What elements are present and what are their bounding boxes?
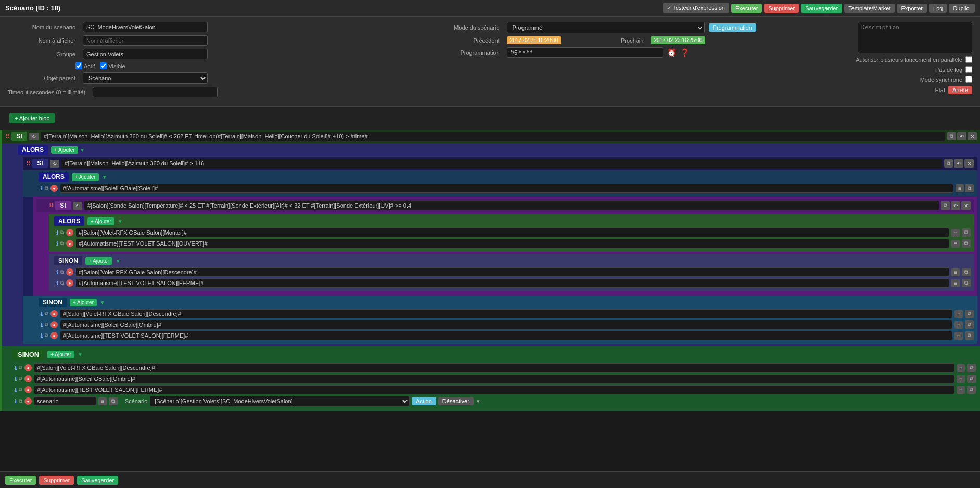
main-sinon-action1-i[interactable]: ℹ <box>15 365 17 371</box>
deep-action2-copy[interactable]: ⧉ <box>60 240 64 247</box>
ajouter-nested-alors-chevron[interactable]: ▼ <box>102 174 107 180</box>
sinon-nested-action3-copy2[interactable]: ⧉ <box>965 331 974 340</box>
etat-btn[interactable]: Arrêté <box>948 86 972 94</box>
main-si-close-btn[interactable]: ✕ <box>968 132 977 140</box>
deep-sinon-action2-input[interactable] <box>75 278 949 288</box>
deep-si-refresh-btn[interactable]: ↻ <box>73 202 82 210</box>
main-sinon-action1-copy2[interactable]: ⧉ <box>967 364 976 372</box>
deep-alors-action1-input[interactable] <box>75 228 949 237</box>
autoriser-checkbox[interactable] <box>965 56 972 63</box>
visible-checkbox[interactable] <box>100 62 107 69</box>
main-sinon-action3-circle[interactable]: ● <box>24 386 32 393</box>
ajouter-nested-sinon-chevron[interactable]: ▼ <box>100 300 105 305</box>
deep-sinon-action2-circle[interactable]: ● <box>66 279 73 287</box>
sinon-nested-action2-circle[interactable]: ● <box>50 321 58 328</box>
programmation-btn[interactable]: Programmation <box>709 23 756 32</box>
deep-sinon-action1-input[interactable] <box>75 267 949 277</box>
nested-si-undo-btn[interactable]: ↶ <box>954 159 963 168</box>
sinon-nested-action1-copy[interactable]: ⧉ <box>45 311 48 317</box>
executer-top-btn[interactable]: Exécuter <box>731 4 762 13</box>
actif-checkbox[interactable] <box>75 62 82 69</box>
deep-action2-circle[interactable]: ● <box>66 240 73 247</box>
sinon-nested-action2-copy2[interactable]: ⧉ <box>965 320 974 329</box>
sinon-nested-action1-copy2[interactable]: ⧉ <box>965 310 974 318</box>
ajouter-nested-sinon-btn[interactable]: + Ajouter <box>70 299 97 306</box>
action1-copy-icon[interactable]: ⧉ <box>45 185 48 191</box>
action1-i-badge[interactable]: ℹ <box>41 186 43 191</box>
nested-si-refresh-btn[interactable]: ↻ <box>50 160 59 168</box>
ajouter-main-sinon-chevron[interactable]: ▼ <box>78 352 83 357</box>
main-sinon-action4-i[interactable]: ℹ <box>15 399 17 404</box>
main-sinon-action2-copy2[interactable]: ⧉ <box>967 375 976 383</box>
help-icon[interactable]: ❓ <box>680 48 689 57</box>
sinon-nested-action3-i[interactable]: ℹ <box>41 333 43 339</box>
deep-alors-action2-input[interactable] <box>75 239 949 248</box>
deep-action1-i[interactable]: ℹ <box>56 230 58 236</box>
mode-synchrone-checkbox[interactable] <box>965 76 972 83</box>
main-si-refresh-btn[interactable]: ↻ <box>29 133 39 140</box>
deep-action1-copy[interactable]: ⧉ <box>60 229 64 236</box>
alors-action1-input[interactable] <box>60 184 953 193</box>
objet-parent-select[interactable]: Scénario <box>83 72 208 84</box>
main-sinon-action1-menu[interactable]: ≡ <box>957 364 965 372</box>
main-sinon-action4-input[interactable] <box>34 396 96 406</box>
action1-menu-btn[interactable]: ≡ <box>956 184 964 192</box>
sinon-nested-action1-circle[interactable]: ● <box>50 310 58 317</box>
pas-de-log-checkbox[interactable] <box>965 66 972 73</box>
main-si-condition[interactable] <box>41 132 945 141</box>
deep-si-drag[interactable]: ⠿ <box>49 202 53 209</box>
sinon-nested-action1-i[interactable]: ℹ <box>41 311 43 317</box>
scenario-desactiver-chevron[interactable]: ▼ <box>476 399 481 404</box>
main-sinon-action1-input[interactable] <box>34 363 954 373</box>
main-sinon-action4-menu[interactable]: ≡ <box>98 397 107 405</box>
clock-icon[interactable]: ⏰ <box>667 48 676 57</box>
deep-si-close-btn[interactable]: ✕ <box>961 201 971 210</box>
scenario-action-btn[interactable]: Action <box>412 397 436 405</box>
deep-sinon-action2-copy[interactable]: ⧉ <box>60 280 64 286</box>
ajouter-nested-alors-btn[interactable]: + Ajouter <box>72 173 99 181</box>
ajouter-alors-btn[interactable]: + Ajouter <box>51 146 78 154</box>
main-sinon-action3-menu[interactable]: ≡ <box>957 386 965 394</box>
nested-si-condition[interactable] <box>61 159 942 168</box>
deep-sinon-action1-copy2[interactable]: ⧉ <box>962 268 971 276</box>
main-sinon-action4-copy[interactable]: ⧉ <box>19 398 22 404</box>
template-btn[interactable]: Template/Market <box>844 4 895 13</box>
duplic-btn[interactable]: Duplic. <box>949 4 975 13</box>
main-sinon-action3-copy2[interactable]: ⧉ <box>967 386 976 394</box>
main-sinon-action2-input[interactable] <box>34 374 954 383</box>
main-sinon-action3-input[interactable] <box>34 385 954 394</box>
scenario-desactiver-btn[interactable]: Désactiver <box>438 397 474 405</box>
ajouter-alors-chevron[interactable]: ▼ <box>80 147 85 153</box>
action1-circle-btn[interactable]: ● <box>50 185 58 192</box>
sinon-nested-action3-input[interactable] <box>60 331 952 340</box>
main-sinon-action3-copy[interactable]: ⧉ <box>19 387 22 393</box>
deep-action2-i[interactable]: ℹ <box>56 241 58 247</box>
deep-sinon-action2-menu[interactable]: ≡ <box>951 279 960 287</box>
deep-action2-menu[interactable]: ≡ <box>951 240 960 248</box>
log-btn[interactable]: Log <box>929 4 947 13</box>
deep-si-condition[interactable] <box>84 201 939 210</box>
main-sinon-action2-circle[interactable]: ● <box>24 375 32 382</box>
scenario-select[interactable]: [Scénario][Gestion Volets][SC_ModeHivers… <box>149 396 410 406</box>
nested-si-close-btn[interactable]: ✕ <box>964 159 974 168</box>
deep-sinon-action1-copy[interactable]: ⧉ <box>60 269 64 275</box>
main-sinon-action4-circle[interactable]: ● <box>24 397 32 405</box>
mode-select[interactable]: Programmé <box>507 22 705 33</box>
sinon-nested-action2-input[interactable] <box>60 320 952 329</box>
supprimer-top-btn[interactable]: Supprimer <box>764 4 799 13</box>
programmation-input[interactable] <box>507 47 663 58</box>
nested-drag-icon[interactable]: ⠿ <box>26 160 30 167</box>
description-textarea[interactable] <box>858 22 972 53</box>
sinon-nested-action2-menu[interactable]: ≡ <box>954 321 963 329</box>
deep-sinon-action2-i[interactable]: ℹ <box>56 280 58 286</box>
ajouter-deep-sinon-btn[interactable]: + Ajouter <box>85 257 112 265</box>
deep-sinon-action1-i[interactable]: ℹ <box>56 269 58 275</box>
ajouter-deep-sinon-chevron[interactable]: ▼ <box>116 258 121 264</box>
main-sinon-action4-copy2[interactable]: ⧉ <box>109 397 118 405</box>
drag-icon[interactable]: ⠿ <box>5 133 9 140</box>
deep-action2-copy2[interactable]: ⧉ <box>962 239 971 248</box>
main-si-copy-btn[interactable]: ⧉ <box>947 132 956 140</box>
add-block-btn[interactable]: + Ajouter bloc <box>9 113 55 123</box>
main-si-undo-btn[interactable]: ↶ <box>957 132 966 140</box>
sinon-nested-action3-circle[interactable]: ● <box>50 332 58 339</box>
